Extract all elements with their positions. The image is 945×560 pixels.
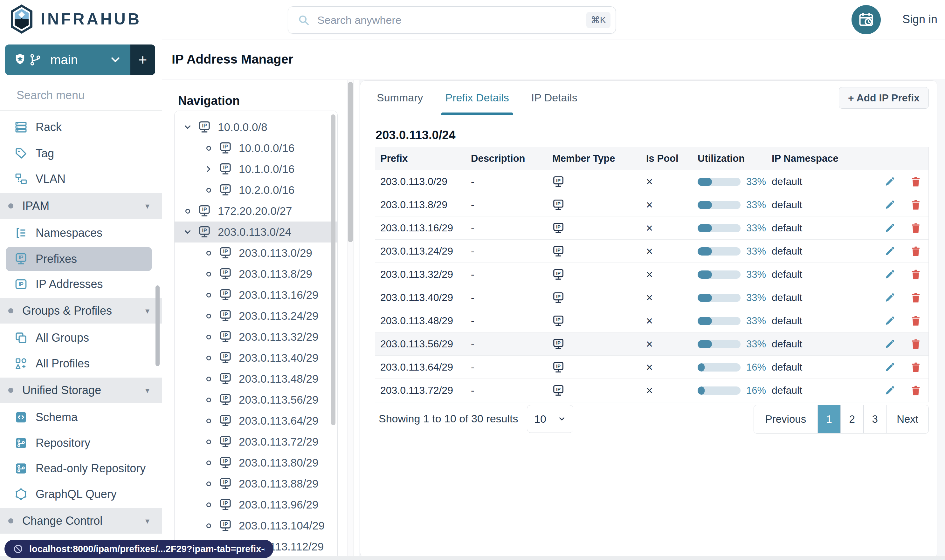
sidebar-item-tag[interactable]: Tag <box>0 141 162 166</box>
chevron-down-icon[interactable] <box>182 122 193 132</box>
table-row[interactable]: 203.0.113.64/29 - × 16% default <box>375 355 928 379</box>
cell-description: - <box>471 217 475 240</box>
add-ip-prefix-button[interactable]: + Add IP Prefix <box>839 87 929 109</box>
chevron-down-icon[interactable] <box>182 227 193 237</box>
table-row[interactable]: 203.0.113.0/29 - × 33% default <box>375 170 928 193</box>
navigation-panel: Navigation 10.0.0.0/8 10.0.0.0/16 10.1.0… <box>162 80 359 560</box>
tree-item[interactable]: 203.0.113.104/29 <box>174 515 338 536</box>
edit-icon[interactable] <box>884 246 896 257</box>
tree-item[interactable]: 203.0.113.48/29 <box>174 368 338 389</box>
tree-scrollbar[interactable] <box>331 114 336 425</box>
table-row[interactable]: 203.0.113.32/29 - × 33% default <box>375 263 928 286</box>
leaf-bullet-icon <box>182 206 193 217</box>
delete-icon[interactable] <box>910 315 922 327</box>
branch-dropdown[interactable]: main <box>5 45 130 75</box>
time-travel-button[interactable] <box>851 5 881 34</box>
sidebar-item-graphql-query[interactable]: GraphQL Query <box>0 482 162 507</box>
add-branch-button[interactable]: + <box>130 45 155 75</box>
sidebar-search-input[interactable] <box>17 89 164 102</box>
brand-logo[interactable]: INFRAHUB <box>9 4 142 34</box>
table-row[interactable]: 203.0.113.40/29 - × 33% default <box>375 286 928 309</box>
global-search-input[interactable] <box>318 14 586 26</box>
prefix-icon <box>219 372 232 385</box>
page-3-button[interactable]: 3 <box>863 405 886 433</box>
delete-icon[interactable] <box>910 199 922 211</box>
tree-item[interactable]: 203.0.113.56/29 <box>174 389 338 410</box>
tree-item[interactable]: 203.0.113.40/29 <box>174 348 338 368</box>
table-row[interactable]: 203.0.113.24/29 - × 33% default <box>375 240 928 263</box>
tab-summary[interactable]: Summary <box>377 81 423 115</box>
edit-icon[interactable] <box>884 385 896 396</box>
edit-icon[interactable] <box>884 199 896 211</box>
tab-prefix-details[interactable]: Prefix Details <box>445 81 509 115</box>
tree-item[interactable]: 203.0.113.16/29 <box>174 285 338 305</box>
edit-icon[interactable] <box>884 292 896 303</box>
next-page-button[interactable]: Next <box>886 405 928 433</box>
table-row-hovered[interactable]: 203.0.113.56/29 - × 33% default <box>375 332 928 355</box>
prefix-icon <box>219 456 232 469</box>
delete-icon[interactable] <box>910 176 922 188</box>
sign-in-link[interactable]: Sign in <box>902 13 937 26</box>
tree-item[interactable]: 172.20.20.0/27 <box>174 200 338 222</box>
edit-icon[interactable] <box>884 315 896 327</box>
tree-item[interactable]: 203.0.113.96/29 <box>174 494 338 515</box>
sidebar-item-readonly-repository[interactable]: Read-only Repository <box>0 456 162 481</box>
repository-icon <box>15 437 27 449</box>
tree-item[interactable]: 10.0.0.0/16 <box>174 138 338 158</box>
sidebar-scrollbar[interactable] <box>156 285 160 366</box>
tree-item[interactable]: 203.0.113.24/29 <box>174 305 338 326</box>
tree-item-selected[interactable]: 203.0.113.0/24 <box>174 222 338 243</box>
tree-item[interactable]: 203.0.113.72/29 <box>174 431 338 452</box>
table-row[interactable]: 203.0.113.16/29 - × 33% default <box>375 217 928 240</box>
prefix-icon <box>198 205 211 217</box>
table-row[interactable]: 203.0.113.8/29 - × 33% default <box>375 193 928 217</box>
page-2-button[interactable]: 2 <box>840 405 863 433</box>
delete-icon[interactable] <box>910 223 922 234</box>
table-row[interactable]: 203.0.113.48/29 - × 33% default <box>375 309 928 332</box>
sidebar-section-groups-profiles[interactable]: Groups & Profiles ▾ <box>0 298 162 323</box>
sidebar-item-vlan[interactable]: VLAN <box>0 166 162 192</box>
edit-icon[interactable] <box>884 338 896 350</box>
tree-item[interactable]: 10.2.0.0/16 <box>174 180 338 200</box>
tree-item[interactable]: 10.0.0.0/8 <box>174 117 338 138</box>
tree-item[interactable]: 203.0.113.88/29 <box>174 473 338 494</box>
cell-is-pool: × <box>646 332 653 355</box>
sidebar-item-namespaces[interactable]: Namespaces <box>0 220 162 246</box>
sidebar-section-unified-storage[interactable]: Unified Storage ▾ <box>0 378 162 403</box>
tree-item[interactable]: 203.0.113.0/29 <box>174 243 338 263</box>
leaf-bullet-icon <box>203 331 214 342</box>
delete-icon[interactable] <box>910 269 922 280</box>
sidebar-item-prefixes[interactable]: Prefixes <box>0 246 162 272</box>
tab-ip-details[interactable]: IP Details <box>531 81 577 115</box>
sidebar-item-rack[interactable]: Rack <box>0 114 162 140</box>
tree-item[interactable]: 203.0.113.32/29 <box>174 326 338 348</box>
sidebar-item-all-profiles[interactable]: All Profiles <box>0 351 162 376</box>
tree-item[interactable]: 10.1.0.0/16 <box>174 158 338 180</box>
panel-scrollbar[interactable] <box>348 82 353 242</box>
sidebar-item-all-groups[interactable]: All Groups <box>0 325 162 351</box>
delete-icon[interactable] <box>910 292 922 303</box>
edit-icon[interactable] <box>884 269 896 280</box>
sidebar-item-ip-addresses[interactable]: IP Addresses <box>0 271 162 297</box>
page-size-select[interactable]: 10 <box>527 405 573 433</box>
sidebar-item-label: GraphQL Query <box>35 488 117 501</box>
previous-page-button[interactable]: Previous <box>754 405 817 433</box>
table-row[interactable]: 203.0.113.72/29 - × 16% default <box>375 379 928 402</box>
delete-icon[interactable] <box>910 362 922 373</box>
edit-icon[interactable] <box>884 176 896 188</box>
delete-icon[interactable] <box>910 385 922 396</box>
sidebar-item-repository[interactable]: Repository <box>0 430 162 456</box>
delete-icon[interactable] <box>910 246 922 257</box>
sidebar-section-ipam[interactable]: IPAM ▾ <box>0 193 162 218</box>
tree-item[interactable]: 203.0.113.64/29 <box>174 410 338 431</box>
delete-icon[interactable] <box>910 338 922 350</box>
prefix-icon <box>552 222 564 234</box>
page-1-button[interactable]: 1 <box>817 405 840 433</box>
edit-icon[interactable] <box>884 223 896 234</box>
edit-icon[interactable] <box>884 362 896 373</box>
sidebar-item-schema[interactable]: Schema <box>0 405 162 430</box>
sidebar-section-change-control[interactable]: Change Control ▾ <box>0 508 162 534</box>
tree-item[interactable]: 203.0.113.8/29 <box>174 263 338 285</box>
tree-item[interactable]: 203.0.113.80/29 <box>174 452 338 473</box>
chevron-right-icon[interactable] <box>203 164 214 174</box>
